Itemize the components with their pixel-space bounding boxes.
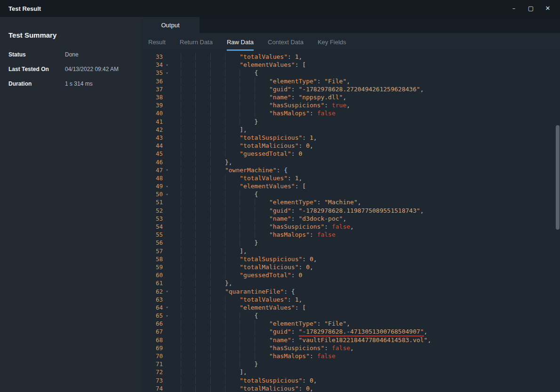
scrollbar-thumb[interactable] [556,125,560,230]
editor-line: 65▾ { [141,312,560,320]
code-text: "guessedTotal": 0 [171,272,302,279]
editor-line: 48 "totalValues": 1, [141,174,560,182]
editor-lines: 33 "totalValues": 1,34▾ "elementValues":… [141,53,560,392]
subtab-context-data[interactable]: Context Data [268,33,304,51]
line-number: 53 [141,215,163,222]
line-number: 70 [141,352,163,360]
line-number: 64 [141,304,163,311]
subtab-key-fields[interactable]: Key Fields [318,33,346,51]
line-number: 49 [141,183,163,190]
code-text: "guid": "-1782978628.1198775089551518743… [171,207,424,214]
tabstrip: Output [141,17,560,33]
close-icon[interactable]: ✕ [541,2,554,15]
editor-line: 45 "guessedTotal": 0 [141,150,560,158]
line-number: 60 [141,272,163,279]
line-number: 34 [141,61,163,68]
code-text: "hasSuspicions": false, [171,344,354,352]
code-text: "totalValues": 1, [171,296,302,303]
fold-toggle-icon[interactable]: ▾ [163,289,171,294]
line-number: 56 [141,239,163,246]
subtab-bar: ResultReturn DataRaw DataContext DataKey… [141,33,560,51]
fold-toggle-icon[interactable]: ▾ [163,184,171,189]
code-text: "hasMalops": false [171,352,336,360]
editor-line: 35▾ { [141,69,560,77]
line-number: 36 [141,78,163,85]
subtab-raw-data[interactable]: Raw Data [227,33,254,51]
editor-line: 68 "name": "vaultFile1822184477804641458… [141,336,560,344]
code-text: "totalMalicious": 0, [171,385,313,392]
code-text: "totalMalicious": 0, [171,142,313,149]
code-text: "hasMalops": false [171,110,336,117]
code-text: } [171,360,258,368]
editor-line: 62▾ "quarantineFile": { [141,287,560,295]
summary-row-last-tested: Last Tested On 04/13/2022 09:42 AM [8,66,133,72]
maximize-icon[interactable]: ▢ [524,2,537,15]
code-text: "totalSuspicious": 1, [171,134,317,141]
fold-toggle-icon[interactable]: ▾ [163,305,171,310]
code-text: "ownerMachine": { [171,167,288,174]
line-number: 41 [141,118,163,125]
last-tested-label: Last Tested On [8,66,65,72]
line-number: 42 [141,126,163,133]
editor-line: 61 }, [141,279,560,287]
code-text: { [171,69,258,76]
editor-line: 53 "name": "d3dock-poc", [141,215,560,223]
line-number: 63 [141,296,163,303]
code-text: "totalMalicious": 0, [171,264,313,271]
code-text: "elementType": "Machine", [171,199,361,206]
code-text: "guid": "-1782978628.-471305130076850490… [171,328,427,335]
vertical-scrollbar[interactable] [555,51,560,392]
editor-line: 39 "hasSuspicions": true, [141,101,560,109]
editor-line: 67 "guid": "-1782978628.-471305130076850… [141,328,560,336]
summary-row-status: Status Done [8,51,133,58]
code-text: "hasSuspicions": true, [171,102,350,109]
editor-line: 59 "totalMalicious": 0, [141,263,560,271]
editor-line: 56 } [141,239,560,247]
code-text: ], [171,368,247,376]
fold-toggle-icon[interactable]: ▾ [163,192,171,197]
editor-line: 36 "elementType": "File", [141,77,560,85]
code-text: ], [171,126,247,133]
editor-line: 74 "totalMalicious": 0, [141,384,560,392]
editor-line: 37 "guid": "-1782978628.2720494261259628… [141,85,560,93]
editor-line: 43 "totalSuspicious": 1, [141,134,560,142]
line-number: 39 [141,102,163,109]
status-value: Done [65,51,79,58]
status-label: Status [8,51,65,58]
line-number: 59 [141,264,163,271]
editor-line: 55 "hasMalops": false [141,231,560,239]
line-number: 50 [141,191,163,198]
code-text: "totalValues": 1, [171,53,302,60]
subtab-result[interactable]: Result [148,33,166,51]
line-number: 57 [141,248,163,255]
fold-toggle-icon[interactable]: ▾ [163,168,171,172]
code-text: "elementValues": [ [171,61,306,68]
tab-output[interactable]: Output [141,17,200,33]
json-editor: 33 "totalValues": 1,34▾ "elementValues":… [141,51,560,392]
code-text: "guessedTotal": 0 [171,150,302,157]
editor-line: 33 "totalValues": 1, [141,53,560,61]
editor-line: 70 "hasMalops": false [141,352,560,360]
editor-line: 71 } [141,360,560,368]
fold-toggle-icon[interactable]: ▾ [163,63,171,67]
editor-line: 64▾ "elementValues": [ [141,304,560,312]
line-number: 52 [141,207,163,214]
line-number: 54 [141,223,163,230]
editor-line: 52 "guid": "-1782978628.1198775089551518… [141,207,560,215]
minimize-icon[interactable]: – [507,2,520,15]
fold-toggle-icon[interactable]: ▾ [163,71,171,75]
line-number: 73 [141,377,163,384]
code-text: "elementValues": [ [171,304,306,311]
code-text: "name": "nppspy.dll", [171,94,346,101]
subtab-return-data[interactable]: Return Data [180,33,213,51]
line-number: 67 [141,328,163,335]
line-number: 35 [141,69,163,76]
line-number: 61 [141,280,163,287]
window-controls: – ▢ ✕ [507,2,554,15]
fold-toggle-icon[interactable]: ▾ [163,313,171,318]
editor-line: 57 ], [141,247,560,255]
code-text: "hasMalops": false [171,231,336,238]
sidebar-title: Test Summary [8,31,133,39]
editor-line: 38 "name": "nppspy.dll", [141,93,560,101]
line-number: 72 [141,368,163,376]
